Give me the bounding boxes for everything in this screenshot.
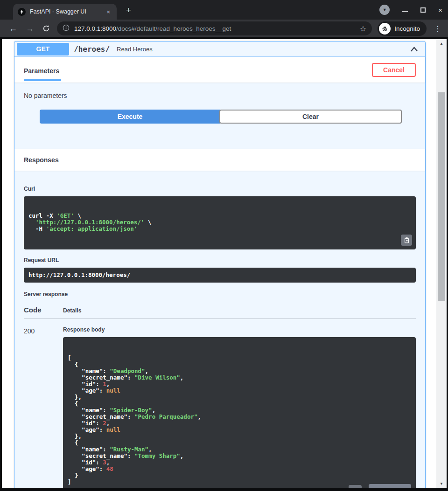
server-response-table-header: Code Details xyxy=(24,306,416,319)
responses-body: Curl curl -X 'GET' \ 'http://127.0.0.1:8… xyxy=(14,171,425,488)
copy-curl-button[interactable] xyxy=(401,235,412,246)
url-path: /docs#/default/read_heroes_heroes__get xyxy=(116,25,231,32)
window-close-button[interactable]: × xyxy=(438,7,442,14)
request-url-label: Request URL xyxy=(24,257,416,263)
operation-description: Read Heroes xyxy=(117,46,153,53)
no-parameters-message: No parameters xyxy=(24,92,416,99)
browser-tab-strip: FastAPI - Swagger UI × + ▼ × xyxy=(0,0,448,20)
back-button[interactable]: ← xyxy=(5,24,21,33)
browser-menu-button[interactable]: ⋮ xyxy=(432,24,443,33)
collapse-chevron-icon[interactable] xyxy=(408,44,420,55)
operation-path: /heroes/ xyxy=(74,45,110,54)
details-column-header: Details xyxy=(63,307,81,314)
reload-button[interactable] xyxy=(38,25,54,32)
window-minimize-button[interactable] xyxy=(402,11,408,12)
page-scrollbar[interactable]: ▲ ▼ xyxy=(436,39,447,488)
status-code: 200 xyxy=(24,326,63,488)
fastapi-favicon-icon xyxy=(18,8,26,16)
scrollbar-up-icon[interactable]: ▲ xyxy=(436,40,447,47)
curl-label: Curl xyxy=(24,186,416,192)
parameters-title: Parameters xyxy=(24,61,61,81)
method-badge: GET xyxy=(17,43,69,55)
new-tab-button[interactable]: + xyxy=(123,4,134,16)
forward-button[interactable]: → xyxy=(21,24,38,33)
browser-toolbar: ← → 127.0.0.1:8000/docs#/default/read_he… xyxy=(0,20,448,37)
scrollbar-thumb[interactable] xyxy=(438,92,445,301)
parameters-body: No parameters Execute Clear xyxy=(14,83,425,149)
address-bar[interactable]: 127.0.0.1:8000/docs#/default/read_heroes… xyxy=(57,21,372,35)
copy-response-button[interactable] xyxy=(349,485,362,488)
swagger-page: GET /heroes/ Read Heroes Parameters Canc… xyxy=(2,39,436,488)
request-url-value: http://127.0.0.1:8000/heroes/ xyxy=(24,268,416,283)
tab-search-caret-icon[interactable]: ▼ xyxy=(379,5,390,15)
operation-summary[interactable]: GET /heroes/ Read Heroes xyxy=(14,41,425,57)
responses-section-header: Responses xyxy=(14,149,425,171)
url-text[interactable]: 127.0.0.1:8000/docs#/default/read_heroes… xyxy=(74,25,356,32)
scrollbar-down-icon[interactable]: ▼ xyxy=(436,480,447,487)
url-host: 127.0.0.1:8000 xyxy=(74,25,116,32)
browser-tab[interactable]: FastAPI - Swagger UI × xyxy=(13,4,117,20)
server-response-label: Server response xyxy=(24,291,416,297)
responses-title: Responses xyxy=(24,156,59,164)
response-body-label: Response body xyxy=(63,326,416,333)
response-body-json: [ { "name": "Deadpond", "secret_name": "… xyxy=(63,337,416,488)
page-viewport: GET /heroes/ Read Heroes Parameters Canc… xyxy=(0,37,448,491)
incognito-label: Incognito xyxy=(394,25,420,32)
cancel-button[interactable]: Cancel xyxy=(372,63,416,77)
code-column-header: Code xyxy=(24,306,63,314)
download-button[interactable]: Download xyxy=(369,484,411,488)
incognito-badge: Incognito xyxy=(378,21,427,36)
operation-block-get-heroes: GET /heroes/ Read Heroes Parameters Canc… xyxy=(14,41,426,488)
bookmark-star-icon[interactable]: ☆ xyxy=(360,24,366,33)
curl-command: curl -X 'GET' \ 'http://127.0.0.1:8000/h… xyxy=(24,196,416,249)
tab-close-icon[interactable]: × xyxy=(105,7,112,16)
site-info-icon[interactable] xyxy=(63,24,70,33)
incognito-icon xyxy=(379,23,391,35)
execute-button[interactable]: Execute xyxy=(40,110,220,124)
tab-title: FastAPI - Swagger UI xyxy=(30,8,105,15)
parameters-header: Parameters Cancel xyxy=(14,57,425,83)
clear-button[interactable]: Clear xyxy=(219,110,402,124)
window-maximize-button[interactable] xyxy=(420,7,426,13)
server-response-row: 200 Response body [ { "name": "Deadpond"… xyxy=(24,326,416,488)
